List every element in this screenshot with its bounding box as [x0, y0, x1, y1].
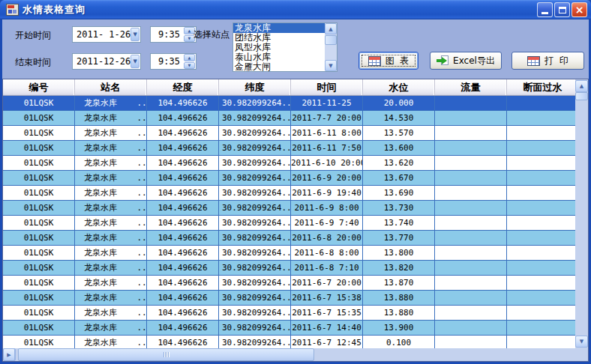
- table-row[interactable]: 01LQSK龙泉水库 ...104.49662630.982099264...2…: [3, 291, 575, 306]
- table-cell: 龙泉水库 ...: [75, 216, 147, 231]
- end-date-dropdown-button[interactable]: ▼: [130, 55, 140, 68]
- chevron-down-icon: ▼: [133, 31, 136, 37]
- table-cell: 龙泉水库 ...: [75, 201, 147, 216]
- chart-button[interactable]: 图 表: [358, 52, 418, 70]
- table-cell: 104.496626: [147, 171, 219, 186]
- start-time-spinner[interactable]: 9:35 ▲ ▼: [150, 26, 196, 43]
- column-header-5[interactable]: 时间: [291, 79, 363, 95]
- table-row[interactable]: 01LQSK龙泉水库 ...104.49662630.982099264...2…: [3, 321, 575, 336]
- table-row[interactable]: 01LQSK龙泉水库 ...104.49662630.982099264...2…: [3, 201, 575, 216]
- table-row[interactable]: 01LQSK龙泉水库 ...104.49662630.982099264...2…: [3, 231, 575, 246]
- table-cell: 104.496626: [147, 261, 219, 276]
- table-row[interactable]: 01LQSK龙泉水库 ...104.49662630.982099264...2…: [3, 336, 575, 348]
- table-row[interactable]: 01LQSK龙泉水库 ...104.49662630.982099264...2…: [3, 126, 575, 141]
- table-row[interactable]: 01LQSK龙泉水库 ...104.49662630.982099264...2…: [3, 156, 575, 171]
- start-date-dropdown-button[interactable]: ▼: [130, 28, 140, 41]
- chevron-up-icon: ▲: [188, 28, 191, 33]
- scroll-down-button[interactable]: ▼: [575, 336, 588, 348]
- column-header-3[interactable]: 经度: [147, 79, 219, 95]
- table-row[interactable]: 01LQSK龙泉水库 ...104.49662630.982099264...2…: [3, 141, 575, 156]
- table-cell: 2011-6-9 19:40: [291, 186, 363, 201]
- spinner-down-button[interactable]: ▼: [184, 62, 195, 70]
- scrollbar-thumb[interactable]: [575, 92, 588, 100]
- table-cell: 13.870: [363, 276, 435, 291]
- data-table: 编号站名经度纬度时间水位流量断面过水 01LQSK龙泉水库 ...104.496…: [2, 79, 589, 362]
- table-cell: 104.496626: [147, 306, 219, 321]
- vertical-scrollbar[interactable]: ▲ ▼: [575, 79, 588, 348]
- end-time-spin-buttons: ▲ ▼: [184, 54, 195, 69]
- table-row[interactable]: 01LQSK龙泉水库 ...104.49662630.982099264...2…: [3, 216, 575, 231]
- end-time-value: 9:35: [151, 56, 184, 67]
- table-cell: [435, 201, 507, 216]
- table-cell: 01LQSK: [3, 336, 75, 348]
- print-button[interactable]: 打 印: [512, 52, 584, 70]
- table-cell: 20.000: [363, 96, 435, 111]
- table-row[interactable]: 01LQSK龙泉水库 ...104.49662630.982099264...2…: [3, 261, 575, 276]
- table-cell: 30.982099264...: [219, 321, 291, 336]
- table-cell: 104.496626: [147, 156, 219, 171]
- table-cell: 104.496626: [147, 201, 219, 216]
- table-row[interactable]: 01LQSK龙泉水库 ...104.49662630.982099264...2…: [3, 246, 575, 261]
- scrollbar-thumb[interactable]: [18, 348, 314, 361]
- table-cell: 01LQSK: [3, 231, 75, 246]
- table-cell: 龙泉水库 ...: [75, 246, 147, 261]
- table-cell: 104.496626: [147, 216, 219, 231]
- column-header-7[interactable]: 流量: [435, 79, 507, 95]
- end-date-value: 2011-12-26: [73, 56, 130, 67]
- table-cell: 13.730: [363, 201, 435, 216]
- table-cell: [435, 111, 507, 126]
- close-button[interactable]: ×: [572, 2, 587, 17]
- maximize-button[interactable]: [554, 2, 570, 17]
- excel-export-button[interactable]: Excel导出: [430, 52, 502, 70]
- table-cell: 01LQSK: [3, 246, 75, 261]
- scroll-right-button[interactable]: ▶: [3, 348, 15, 361]
- table-cell: [507, 276, 575, 291]
- table-cell: 30.982099264...: [219, 141, 291, 156]
- table-cell: 13.690: [363, 186, 435, 201]
- table-cell: 30.982099264...: [219, 156, 291, 171]
- minimize-button[interactable]: [537, 2, 553, 17]
- scroll-up-button[interactable]: ▲: [325, 23, 337, 34]
- spinner-up-button[interactable]: ▲: [184, 54, 195, 61]
- table-cell: 01LQSK: [3, 306, 75, 321]
- scrollbar-thumb[interactable]: [325, 35, 337, 45]
- caption-buttons: ×: [537, 2, 587, 17]
- table-cell: 龙泉水库 ...: [75, 186, 147, 201]
- listbox-scrollbar[interactable]: ▲ ▼: [325, 23, 337, 71]
- table-row[interactable]: 01LQSK龙泉水库 ...104.49662630.982099264...2…: [3, 276, 575, 291]
- table-row[interactable]: 01LQSK龙泉水库 ...104.49662630.982099264...2…: [3, 186, 575, 201]
- station-list-item[interactable]: 金雁大闸: [233, 62, 325, 71]
- table-row[interactable]: 01LQSK龙泉水库 ...104.49662630.982099264...2…: [3, 111, 575, 126]
- table-cell: 2011-6-11 8:00: [291, 126, 363, 141]
- table-cell: 104.496626: [147, 276, 219, 291]
- table-cell: 0.100: [363, 336, 435, 348]
- table-cell: [435, 261, 507, 276]
- table-cell: 13.880: [363, 291, 435, 306]
- scrollbar-corner: [575, 348, 588, 361]
- table-cell: 30.982099264...: [219, 186, 291, 201]
- table-cell: [435, 186, 507, 201]
- start-date-picker[interactable]: 2011- 1-26 ▼: [72, 26, 141, 43]
- table-cell: 2011-6-9 7:40: [291, 216, 363, 231]
- chevron-down-icon: ▼: [133, 58, 136, 64]
- table-cell: 13.570: [363, 126, 435, 141]
- table-row[interactable]: 01LQSK龙泉水库 ...104.49662630.982099264...2…: [3, 171, 575, 186]
- scroll-down-button[interactable]: ▼: [325, 60, 337, 71]
- table-cell: [435, 336, 507, 348]
- column-header-4[interactable]: 纬度: [219, 79, 291, 95]
- column-header-6[interactable]: 水位: [363, 79, 435, 95]
- column-header-8[interactable]: 断面过水: [507, 79, 575, 95]
- table-cell: [435, 171, 507, 186]
- table-cell: [435, 321, 507, 336]
- end-date-picker[interactable]: 2011-12-26 ▼: [72, 53, 141, 70]
- table-cell: [507, 126, 575, 141]
- table-cell: 30.982099264...: [219, 96, 291, 111]
- scroll-up-button[interactable]: ▲: [575, 80, 588, 92]
- table-row[interactable]: 01LQSK龙泉水库 ...104.49662630.982099264...2…: [3, 96, 575, 111]
- table-row[interactable]: 01LQSK龙泉水库 ...104.49662630.982099264...2…: [3, 306, 575, 321]
- column-header-2[interactable]: 站名: [75, 79, 147, 95]
- end-time-spinner[interactable]: 9:35 ▲ ▼: [150, 53, 196, 70]
- table-cell: 龙泉水库 ...: [75, 156, 147, 171]
- horizontal-scrollbar[interactable]: ◀ ▶: [3, 348, 575, 361]
- column-header-1[interactable]: 编号: [3, 79, 75, 95]
